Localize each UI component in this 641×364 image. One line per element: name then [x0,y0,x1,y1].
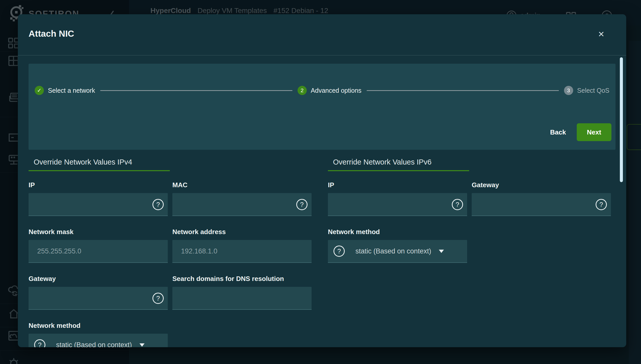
stepper-connector [367,90,559,91]
ipv4-gateway-input[interactable] [29,287,168,309]
section-title-ipv6: Override Network Values IPv6 [328,153,611,167]
next-button[interactable]: Next [577,123,611,141]
ipv4-ip-input[interactable] [29,193,168,215]
field-ipv6-gateway: Gateway ? [472,181,611,216]
stepper: ✓ Select a network 2 Advanced options 3 … [35,82,609,99]
section-ipv4: Override Network Values IPv4 IP ? MAC [29,153,312,347]
stepper-actions: Back Next [543,123,611,141]
ipv4-network-address-input[interactable] [172,240,312,262]
step-label: Select QoS [577,87,609,94]
step-label: Advanced options [311,87,362,94]
field-ipv4-network-address: Network address [172,228,312,263]
ipv4-network-method-select[interactable]: ? static (Based on context) [29,334,168,347]
field-ipv4-ip: IP ? [29,181,168,216]
field-ipv4-search-domains: Search domains for DNS resolution [172,275,312,310]
help-icon[interactable]: ? [296,199,307,210]
field-label: IP [29,181,161,189]
stepper-panel: ✓ Select a network 2 Advanced options 3 … [29,64,616,150]
step-number: 3 [564,86,573,95]
dialog-title: Attach NIC [29,29,74,39]
section-title-ipv4: Override Network Values IPv4 [29,153,312,167]
close-icon[interactable]: ✕ [596,29,606,39]
field-ipv6-network-method: Network method ? static (Based on contex… [328,228,467,263]
ipv4-network-mask-input[interactable] [29,240,168,262]
field-ipv4-network-method: Network method ? static (Based on contex… [29,321,168,347]
ipv6-gateway-input[interactable] [472,193,611,215]
help-icon[interactable]: ? [152,293,164,304]
help-icon[interactable]: ? [334,246,345,257]
ipv6-network-method-select[interactable]: ? static (Based on context) [328,240,467,263]
step-select-network[interactable]: ✓ Select a network [35,86,95,95]
modal-scrollbar-thumb[interactable] [620,57,623,182]
screen: SOFTIRON [0,0,641,364]
stepper-connector [100,90,292,91]
field-label: Gateway [29,275,161,283]
help-icon[interactable]: ? [596,199,607,210]
field-label: MAC [172,181,305,189]
back-button[interactable]: Back [543,125,572,140]
select-value: static (Based on context) [355,247,431,255]
section-ipv6: Override Network Values IPv6 IP ? Gatewa… [328,153,611,347]
step-select-qos[interactable]: 3 Select QoS [564,86,609,95]
select-value: static (Based on context) [56,341,132,347]
help-icon[interactable]: ? [452,199,463,210]
step-number: 2 [298,86,307,95]
attach-nic-dialog: Attach NIC ✕ ✓ Select a network 2 Advanc… [18,14,626,347]
ipv4-search-domains-input[interactable] [172,287,312,309]
help-icon[interactable]: ? [152,199,164,210]
field-ipv4-network-mask: Network mask [29,228,168,263]
ipv4-mac-input[interactable] [172,193,312,215]
field-label: Search domains for DNS resolution [172,275,305,283]
field-ipv4-gateway: Gateway ? [29,275,168,310]
step-check-icon: ✓ [35,86,44,95]
field-ipv4-mac: MAC ? [172,181,312,216]
step-advanced-options[interactable]: 2 Advanced options [298,86,362,95]
field-label: Gateway [472,181,604,189]
caret-down-icon [439,250,444,253]
section-underline [29,170,170,171]
field-label: Network address [172,228,305,236]
section-underline [328,170,469,171]
help-icon[interactable]: ? [34,339,45,347]
field-label: Network method [328,228,460,236]
step-label: Select a network [48,87,95,94]
field-label: Network mask [29,228,161,236]
ipv6-ip-input[interactable] [328,193,467,215]
field-label: IP [328,181,460,189]
dialog-body: ✓ Select a network 2 Advanced options 3 … [18,56,626,347]
caret-down-icon [139,343,145,347]
field-ipv6-ip: IP ? [328,181,467,216]
field-label: Network method [29,321,161,330]
